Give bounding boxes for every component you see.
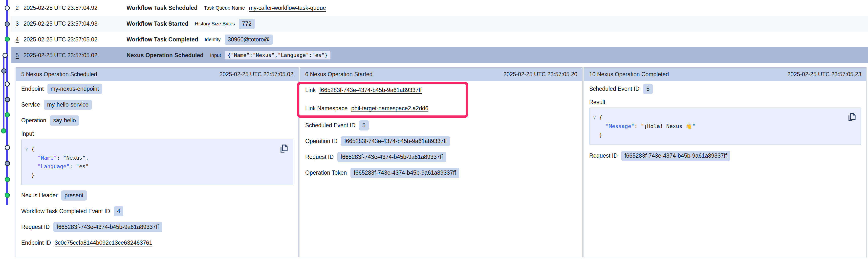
- panel-nexus-operation-started: 6 Nexus Operation Started 2025-02-25 UTC…: [300, 67, 583, 257]
- field-row-service: Service my-hello-service: [21, 97, 293, 112]
- collapse-chevron-icon[interactable]: ∨: [25, 145, 28, 153]
- event-id-link[interactable]: 5: [16, 52, 19, 59]
- panel-nexus-operation-completed: 10 Nexus Operation Completed 2025-02-25 …: [584, 67, 867, 257]
- field-label: Scheduled Event ID: [589, 85, 640, 92]
- collapse-chevron-icon[interactable]: ∨: [593, 113, 596, 122]
- event-id-cell: 4: [11, 36, 24, 43]
- timeline-branch-line: [3, 55, 4, 131]
- timeline-dot: [5, 22, 10, 27]
- json-code: { "Name": "Nexus", "Language": "es"}: [31, 145, 89, 179]
- field-value-badge: f665283f-743e-4374-b45b-9a61a89337ff: [350, 168, 459, 178]
- event-name: Workflow Task Scheduled: [127, 5, 197, 11]
- event-id-link[interactable]: 4: [16, 36, 19, 43]
- panel-header: 10 Nexus Operation Completed 2025-02-25 …: [584, 68, 866, 81]
- link-namespace-link[interactable]: phil-target-namespace2.a2dd6: [351, 105, 428, 112]
- panel-header: 6 Nexus Operation Started 2025-02-25 UTC…: [300, 68, 582, 81]
- field-row-operation: Operation say-hello: [21, 112, 293, 128]
- field-row-request-id: Request ID f665283f-743e-4374-b45b-9a61a…: [589, 148, 861, 163]
- panel-timestamp: 2025-02-25 UTC 23:57:05.02: [219, 71, 293, 78]
- field-label: Nexus Header: [21, 192, 58, 199]
- field-label: Link Namespace: [305, 105, 347, 112]
- field-value-badge: say-hello: [50, 115, 79, 125]
- event-attr-label: History Size Bytes: [195, 21, 235, 27]
- event-attr-label: Task Queue Name: [204, 5, 245, 11]
- field-value-badge: f665283f-743e-4374-b45b-9a61a89337ff: [341, 136, 450, 146]
- panel-title: 5 Nexus Operation Scheduled: [21, 71, 97, 78]
- timeline-dot: [5, 193, 10, 198]
- panel-timestamp: 2025-02-25 UTC 23:57:05.20: [503, 71, 577, 78]
- timeline-dot: [2, 53, 8, 58]
- field-row-scheduled-event-id: Scheduled Event ID 5: [305, 117, 577, 133]
- field-value-badge: f665283f-743e-4374-b45b-9a61a89337ff: [53, 222, 162, 232]
- field-value-badge: my-hello-service: [44, 100, 92, 110]
- event-row[interactable]: 4 2025-02-25 UTC 23:57:05.02 Workflow Ta…: [11, 32, 868, 47]
- event-timestamp: 2025-02-25 UTC 23:57:04.92: [24, 5, 127, 11]
- field-label: Endpoint ID: [21, 239, 51, 246]
- field-row-nexus-header: Nexus Header present: [21, 187, 293, 203]
- field-row-link: Link f665283f-743e-4374-b45b-9a61a89337f…: [305, 81, 577, 99]
- event-timestamp: 2025-02-25 UTC 23:57:05.02: [24, 52, 127, 59]
- event-row[interactable]: 3 2025-02-25 UTC 23:57:04.93 Workflow Ta…: [11, 16, 868, 32]
- field-label: Link: [305, 87, 316, 94]
- event-rows: 2 2025-02-25 UTC 23:57:04.92 Workflow Ta…: [11, 0, 868, 63]
- endpoint-id-link[interactable]: 3c0c75ccfa8144b092c13ce632463761: [55, 239, 152, 246]
- input-section-label: Input: [21, 128, 293, 139]
- event-id-cell: 5: [11, 52, 24, 59]
- panel-timestamp: 2025-02-25 UTC 23:57:05.23: [787, 71, 861, 78]
- panel-header: 5 Nexus Operation Scheduled 2025-02-25 U…: [16, 68, 298, 81]
- event-attr-badge: 30960@totoro@: [225, 35, 273, 45]
- timeline-dot: [5, 81, 10, 86]
- copy-icon[interactable]: [279, 144, 288, 154]
- copy-icon[interactable]: [847, 112, 856, 122]
- timeline-dot: [5, 145, 10, 150]
- event-name: Workflow Task Started: [127, 21, 188, 27]
- field-label: Request ID: [305, 154, 334, 160]
- event-row-selected[interactable]: 5 2025-02-25 UTC 23:57:05.02 Nexus Opera…: [11, 47, 868, 63]
- timeline-dot: [5, 37, 10, 42]
- event-id-cell: 3: [11, 21, 24, 27]
- field-row-request-id: Request ID f665283f-743e-4374-b45b-9a61a…: [21, 219, 293, 235]
- result-section-label: Result: [589, 97, 861, 108]
- field-value-badge: f665283f-743e-4374-b45b-9a61a89337ff: [621, 151, 730, 161]
- event-timestamp: 2025-02-25 UTC 23:57:04.93: [24, 21, 127, 27]
- field-label: Operation Token: [305, 170, 347, 176]
- field-value-badge: present: [61, 190, 87, 200]
- event-history-view: 2 2025-02-25 UTC 23:57:04.92 Workflow Ta…: [0, 0, 868, 260]
- field-row-scheduled-event-id: Scheduled Event ID 5: [589, 81, 861, 97]
- panel-nexus-operation-scheduled: 5 Nexus Operation Scheduled 2025-02-25 U…: [16, 67, 299, 257]
- event-name: Nexus Operation Scheduled: [127, 52, 204, 59]
- field-label: Service: [21, 101, 40, 108]
- panel-title: 6 Nexus Operation Started: [305, 71, 372, 78]
- timeline-main-line: [6, 0, 8, 205]
- event-attr-label: Input: [210, 52, 221, 58]
- field-label: Request ID: [589, 152, 618, 159]
- field-value-badge: my-nexus-endpoint: [48, 84, 102, 94]
- field-row-endpoint: Endpoint my-nexus-endpoint: [21, 81, 293, 97]
- timeline-dot: [5, 5, 10, 11]
- timeline-rail: [0, 0, 11, 260]
- field-row-endpoint-id: Endpoint ID 3c0c75ccfa8144b092c13ce63246…: [21, 235, 293, 251]
- event-attr-label: Identity: [205, 37, 220, 42]
- field-label: Scheduled Event ID: [305, 122, 355, 129]
- timeline-dot: [1, 68, 6, 74]
- timeline-dot: [5, 112, 10, 117]
- event-id-link[interactable]: 2: [16, 5, 19, 11]
- input-json-viewer: ∨ { "Name": "Nexus", "Language": "es"}: [21, 139, 293, 185]
- field-label: Operation ID: [305, 138, 337, 145]
- timeline-dot: [5, 161, 10, 166]
- link-value-link[interactable]: f665283f-743e-4374-b45b-9a61a89337ff: [319, 87, 422, 94]
- field-row-operation-token: Operation Token f665283f-743e-4374-b45b-…: [305, 165, 577, 181]
- field-value-badge: 4: [114, 206, 124, 216]
- field-value-badge: 5: [643, 84, 653, 94]
- field-label: Endpoint: [21, 85, 44, 92]
- timeline-dot: [5, 177, 10, 182]
- event-attr-badge: 772: [239, 19, 254, 29]
- panel-title: 10 Nexus Operation Completed: [589, 71, 669, 78]
- event-row[interactable]: 2 2025-02-25 UTC 23:57:04.92 Workflow Ta…: [11, 0, 868, 16]
- task-queue-link[interactable]: my-caller-workflow-task-queue: [249, 5, 326, 11]
- event-timestamp: 2025-02-25 UTC 23:57:05.02: [24, 36, 127, 43]
- field-row-link-namespace: Link Namespace phil-target-namespace2.a2…: [305, 99, 577, 117]
- field-value-badge: 5: [359, 120, 369, 131]
- field-label: Request ID: [21, 224, 50, 230]
- event-id-link[interactable]: 3: [16, 21, 19, 27]
